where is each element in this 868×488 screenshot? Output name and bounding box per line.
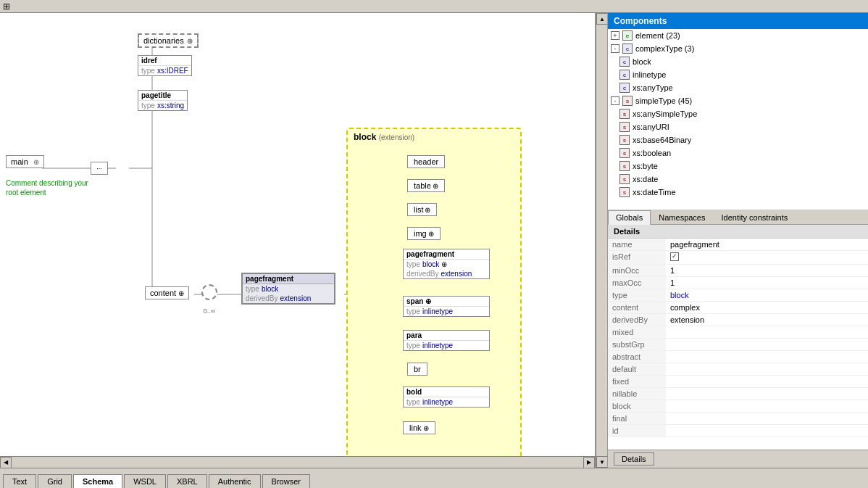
inlinetype-icon: c: [619, 70, 630, 80]
tree-item-inlinetype[interactable]: c inlinetype: [608, 68, 868, 81]
block-tree-label: block: [633, 57, 651, 66]
pgi-expand: ⊕: [441, 260, 447, 268]
detail-value-maxocc: 1: [666, 277, 868, 289]
scroll-right-btn[interactable]: ▶: [583, 457, 595, 468]
tree-item-complextype[interactable]: - c complexType (3): [608, 42, 868, 55]
img-label: img: [414, 229, 427, 238]
dictionaries-box[interactable]: dictionaries ⊕: [138, 33, 199, 48]
canvas-inner: main ⊕ Comment describing your root elem…: [0, 13, 594, 468]
br-element[interactable]: br: [407, 363, 427, 376]
byte-icon: s: [619, 161, 630, 171]
details-section: name pagefragment isRef minOcc 1 maxO: [608, 239, 868, 450]
pagefragment-canvas-type-row: type block: [243, 284, 334, 294]
base64-icon: s: [619, 135, 630, 145]
detail-value-abstract: [666, 351, 868, 363]
main-flag: ⊕: [33, 158, 39, 166]
table-element[interactable]: table ⊕: [407, 179, 445, 192]
details-row-final: final: [608, 413, 868, 425]
span-type-label: type: [406, 307, 420, 315]
pagefragment-inner-derived-row: derivedBy extension: [404, 269, 489, 278]
link-element[interactable]: link ⊕: [403, 421, 435, 434]
tree-item-datetime[interactable]: s xs:dateTime: [608, 186, 868, 199]
detail-value-id: [666, 425, 868, 437]
pagefragment-canvas-header: pagefragment: [243, 274, 334, 284]
span-element[interactable]: span ⊕ type inlinetype: [403, 296, 490, 317]
detail-value-name: pagefragment: [666, 239, 868, 251]
bold-element[interactable]: bold type inlinetype: [403, 386, 490, 408]
detail-label-substgrp: substGrp: [608, 339, 666, 351]
scroll-track-h: [12, 457, 583, 468]
bold-type-value: inlinetype: [422, 398, 453, 406]
tab-text[interactable]: Text: [3, 474, 36, 488]
detail-label-final: final: [608, 413, 666, 425]
seq-circle-1: [201, 284, 217, 300]
list-element[interactable]: list ⊕: [407, 203, 437, 216]
pagefragment-inner-box[interactable]: pagefragment type block ⊕ derivedBy exte…: [403, 249, 490, 279]
detail-label-minocc: minOcc: [608, 265, 666, 277]
tab-globals[interactable]: Globals: [608, 210, 651, 225]
header-label: header: [414, 157, 438, 166]
element-expand[interactable]: +: [611, 31, 619, 40]
detail-value-minocc: 1: [666, 265, 868, 277]
tab-schema[interactable]: Schema: [73, 474, 122, 488]
tab-identity[interactable]: Identity constraints: [714, 210, 796, 224]
components-tree: + e element (23) - c complexType (3) c b…: [608, 29, 868, 210]
tab-namespaces[interactable]: Namespaces: [651, 210, 713, 224]
datetime-label: xs:dateTime: [633, 188, 676, 197]
components-header: Components: [608, 13, 868, 29]
idref-header: idref: [138, 56, 191, 66]
details-row-maxocc: maxOcc 1: [608, 277, 868, 289]
tree-item-anyuri[interactable]: s xs:anyURI: [608, 120, 868, 133]
tree-item-boolean[interactable]: s xs:boolean: [608, 146, 868, 160]
scroll-up-btn[interactable]: ▲: [596, 13, 608, 25]
details-row-id: id: [608, 425, 868, 437]
isref-checkbox[interactable]: [670, 252, 679, 261]
scroll-down-btn[interactable]: ▼: [596, 456, 608, 468]
tab-xbrl[interactable]: XBRL: [167, 474, 207, 488]
bold-type-label: type: [406, 398, 420, 406]
type-link[interactable]: block: [670, 291, 689, 299]
link-expand: ⊕: [423, 424, 429, 432]
tree-item-date[interactable]: s xs:date: [608, 173, 868, 186]
img-element[interactable]: img ⊕: [407, 227, 441, 240]
tree-item-anysimple[interactable]: s xs:anySimpleType: [608, 107, 868, 120]
pgf-type-label: type: [246, 285, 259, 293]
tab-wsdl[interactable]: WSDL: [124, 474, 166, 488]
tab-grid[interactable]: Grid: [38, 474, 72, 488]
content-box[interactable]: content ⊕: [145, 286, 189, 299]
detail-label-isref: isRef: [608, 251, 666, 265]
tree-item-simpletype[interactable]: - s simpleType (45): [608, 94, 868, 107]
content-expand: ⊕: [178, 289, 184, 297]
pagetitle-box[interactable]: pagetitle type xs:string: [138, 90, 188, 111]
vertical-scrollbar[interactable]: ▲ ▼: [596, 13, 607, 468]
details-row-nillable: nillable: [608, 388, 868, 400]
horizontal-scrollbar[interactable]: ◀ ▶: [0, 456, 595, 468]
tree-item-element[interactable]: + e element (23): [608, 29, 868, 42]
pagefragment-canvas-box[interactable]: pagefragment type block derivedBy extens…: [241, 273, 335, 305]
details-button[interactable]: Details: [614, 452, 654, 466]
detail-value-nillable: [666, 388, 868, 400]
header-element[interactable]: header: [407, 155, 445, 168]
simpletype-expand[interactable]: -: [611, 96, 619, 105]
idref-type-value: xs:IDREF: [157, 67, 188, 75]
detail-value-content: complex: [666, 302, 868, 314]
tree-item-base64[interactable]: s xs:base64Binary: [608, 133, 868, 146]
complextype-expand[interactable]: -: [611, 44, 619, 53]
list-label: list: [414, 205, 423, 214]
detail-label-type: type: [608, 289, 666, 302]
idref-box[interactable]: idref type xs:IDREF: [138, 55, 192, 76]
complextype-label: complexType (3): [635, 44, 694, 53]
scroll-left-btn[interactable]: ◀: [0, 457, 12, 468]
date-icon: s: [619, 174, 630, 184]
main-box[interactable]: main ⊕: [6, 155, 44, 168]
tab-browser[interactable]: Browser: [262, 474, 310, 488]
tree-item-anytype[interactable]: c xs:anyType: [608, 81, 868, 94]
tree-item-byte[interactable]: s xs:byte: [608, 160, 868, 173]
block-container: block (extension) header table ⊕ list: [346, 128, 522, 463]
tab-authentic[interactable]: Authentic: [209, 474, 261, 488]
tree-item-block[interactable]: c block: [608, 55, 868, 68]
para-element[interactable]: para type inlinetype: [403, 330, 490, 351]
block-title: block (extension): [348, 129, 520, 145]
detail-value-isref: [666, 251, 868, 265]
span-row: type inlinetype: [404, 307, 489, 316]
